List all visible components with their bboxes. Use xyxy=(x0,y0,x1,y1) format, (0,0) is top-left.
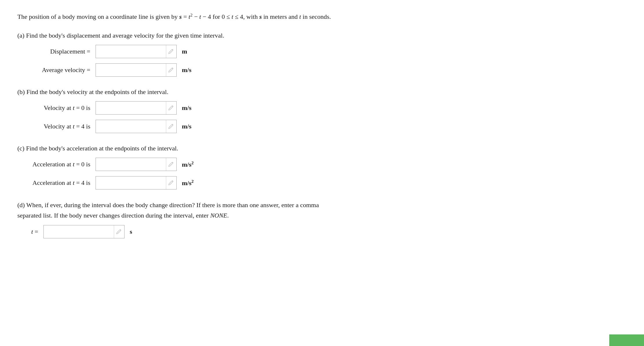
accel-t4-input[interactable] xyxy=(96,176,166,189)
accel-t4-row: Acceleration at t = 4 is m/s2 xyxy=(17,176,627,189)
velocity-t4-pencil-btn[interactable] xyxy=(166,120,175,133)
section-d-question-line1: (d) When, if ever, during the interval d… xyxy=(17,200,627,210)
accel-t4-pencil-btn[interactable] xyxy=(166,176,175,189)
average-velocity-label: Average velocity = xyxy=(17,66,93,74)
section-d-question: (d) When, if ever, during the interval d… xyxy=(17,200,627,220)
accel-t4-input-wrapper xyxy=(96,176,177,189)
pencil-icon xyxy=(116,229,121,234)
average-velocity-input-wrapper xyxy=(96,63,177,77)
average-velocity-row: Average velocity = m/s xyxy=(17,63,627,77)
velocity-t4-label: Velocity at t = 4 is xyxy=(17,123,93,130)
section-d: (d) When, if ever, during the interval d… xyxy=(17,200,627,238)
pencil-icon xyxy=(168,105,173,111)
velocity-t4-input-wrapper xyxy=(96,120,177,133)
velocity-t4-row: Velocity at t = 4 is m/s xyxy=(17,120,627,133)
section-b-question: (b) Find the body's velocity at the endp… xyxy=(17,87,627,97)
pencil-icon xyxy=(168,67,173,73)
displacement-row: Displacement = m xyxy=(17,45,627,58)
change-direction-row: t = s xyxy=(17,225,627,238)
section-c-question: (c) Find the body's acceleration at the … xyxy=(17,143,627,153)
problem-intro: The position of a body moving on a coord… xyxy=(17,12,627,21)
pencil-icon xyxy=(168,162,173,167)
velocity-t0-row: Velocity at t = 0 is m/s xyxy=(17,101,627,115)
velocity-t4-input[interactable] xyxy=(96,120,166,133)
velocity-t0-label: Velocity at t = 0 is xyxy=(17,104,93,112)
velocity-t0-pencil-btn[interactable] xyxy=(166,102,175,114)
pencil-icon xyxy=(168,180,173,185)
displacement-pencil-btn[interactable] xyxy=(166,45,175,58)
velocity-t0-input-wrapper xyxy=(96,101,177,115)
section-a-question: (a) Find the body's displacement and ave… xyxy=(17,31,627,40)
section-a: (a) Find the body's displacement and ave… xyxy=(17,31,627,77)
pencil-icon xyxy=(168,49,173,54)
average-velocity-pencil-btn[interactable] xyxy=(166,64,175,76)
section-b: (b) Find the body's velocity at the endp… xyxy=(17,87,627,133)
average-velocity-input[interactable] xyxy=(96,64,166,76)
velocity-t0-unit: m/s xyxy=(182,104,191,112)
change-direction-label: t = xyxy=(17,228,41,235)
change-direction-input[interactable] xyxy=(44,225,114,238)
section-d-question-line2: separated list. If the body never change… xyxy=(17,210,627,220)
accel-t0-input-wrapper xyxy=(96,158,177,171)
velocity-t4-unit: m/s xyxy=(182,123,191,130)
pencil-icon xyxy=(168,124,173,129)
accel-t0-pencil-btn[interactable] xyxy=(166,158,175,171)
accel-t0-unit: m/s2 xyxy=(182,160,194,168)
accel-t0-input[interactable] xyxy=(96,158,166,171)
displacement-input-wrapper xyxy=(96,45,177,58)
velocity-t0-input[interactable] xyxy=(96,102,166,114)
section-c: (c) Find the body's acceleration at the … xyxy=(17,143,627,189)
accel-t0-row: Acceleration at t = 0 is m/s2 xyxy=(17,158,627,171)
change-direction-pencil-btn[interactable] xyxy=(114,225,123,238)
displacement-label: Displacement = xyxy=(17,48,93,55)
accel-t4-unit: m/s2 xyxy=(182,179,194,187)
average-velocity-unit: m/s xyxy=(182,66,191,74)
accel-t0-label: Acceleration at t = 0 is xyxy=(17,161,93,168)
displacement-unit: m xyxy=(182,48,187,55)
bottom-bar xyxy=(609,334,644,346)
displacement-input[interactable] xyxy=(96,45,166,58)
change-direction-input-wrapper xyxy=(43,225,125,238)
accel-t4-label: Acceleration at t = 4 is xyxy=(17,179,93,187)
change-direction-unit: s xyxy=(130,228,132,235)
